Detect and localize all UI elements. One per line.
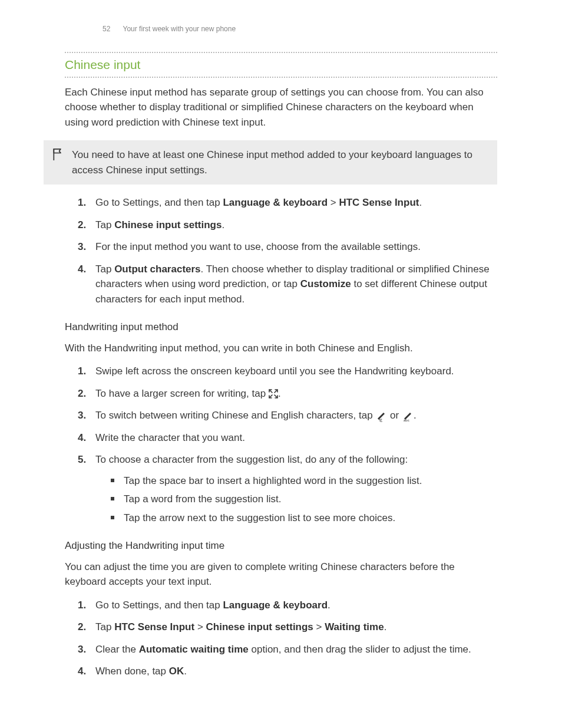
section-title: Chinese input — [65, 55, 497, 74]
bullet-text: Tap a word from the suggestion list. — [124, 493, 281, 505]
svg-text:笔: 笔 — [379, 419, 382, 422]
step-text: For the input method you want to use, ch… — [95, 241, 421, 252]
bullet-text: Tap the space bar to insert a highlighte… — [124, 475, 422, 486]
running-header: 52 Your first week with your new phone — [103, 24, 497, 34]
list-item: Write the character that you want. — [65, 430, 497, 446]
page-number: 52 — [103, 25, 110, 33]
step-text: Clear the — [95, 644, 139, 655]
step-text: . — [184, 666, 187, 677]
list-item: Tap Output characters. Then choose wheth… — [65, 262, 497, 307]
step-text: Tap — [95, 263, 114, 275]
step-text: option, and then drag the slider to adju… — [249, 644, 471, 655]
step-text: Write the character that you want. — [95, 432, 245, 443]
list-item: Tap Chinese input settings. — [65, 218, 497, 233]
step-text: or — [387, 410, 402, 421]
list-item: When done, tap OK. — [65, 664, 497, 679]
section-title-rule: Chinese input — [65, 52, 497, 78]
list-item: Tap a word from the suggestion list. — [95, 492, 497, 507]
list-item: Go to Settings, and then tap Language & … — [65, 195, 497, 210]
ui-term: Language & keyboard — [223, 599, 328, 611]
step-text: Go to Settings, and then tap — [95, 197, 223, 208]
list-item: To choose a character from the suggestio… — [65, 452, 497, 525]
step-text: Tap — [95, 621, 114, 633]
pen-abc-icon: abc — [402, 410, 414, 422]
list-item: Tap the arrow next to the suggestion lis… — [95, 510, 497, 526]
list-item: Tap HTC Sense Input > Chinese input sett… — [65, 620, 497, 635]
step-text: Tap — [95, 219, 114, 230]
step-text: . — [278, 388, 281, 399]
note-text: You need to have at least one Chinese in… — [72, 147, 489, 177]
list-item: Swipe left across the onscreen keyboard … — [65, 364, 497, 379]
ui-term: Chinese input settings — [114, 219, 222, 230]
ui-term: Waiting time — [325, 621, 384, 633]
list-item: Clear the Automatic waiting time option,… — [65, 642, 497, 657]
list-item: Tap the space bar to insert a highlighte… — [95, 473, 497, 489]
step-text: To choose a character from the suggestio… — [95, 454, 408, 465]
subheading-adjusting: Adjusting the Handwriting input time — [65, 538, 497, 554]
step-text: To have a larger screen for writing, tap — [95, 388, 269, 399]
svg-text:abc: abc — [404, 419, 409, 422]
step-text: To switch between writing Chinese and En… — [95, 410, 375, 421]
header-section-name: Your first week with your new phone — [123, 25, 236, 33]
ui-term: Language & keyboard — [223, 197, 328, 208]
list-item: To switch between writing Chinese and En… — [65, 408, 497, 423]
steps-list-handwriting: Swipe left across the onscreen keyboard … — [65, 364, 497, 525]
handwriting-intro: With the Handwriting input method, you c… — [65, 341, 497, 356]
step-text: . — [414, 410, 416, 421]
step-text: . — [222, 219, 224, 230]
list-item: To have a larger screen for writing, tap… — [65, 386, 497, 401]
ui-term: Automatic waiting time — [139, 644, 249, 655]
steps-list-adjusting: Go to Settings, and then tap Language & … — [65, 598, 497, 679]
pen-chinese-icon: 笔 — [375, 410, 387, 422]
ui-term: HTC Sense Input — [339, 197, 419, 208]
step-text: > — [194, 621, 206, 633]
list-item: Go to Settings, and then tap Language & … — [65, 598, 497, 613]
bullet-sublist: Tap the space bar to insert a highlighte… — [95, 473, 497, 526]
ui-term: Output characters — [114, 263, 200, 275]
ui-term: HTC Sense Input — [114, 621, 194, 633]
ui-term: Customize — [300, 278, 351, 289]
intro-paragraph: Each Chinese input method has separate g… — [65, 85, 497, 130]
document-page: 52 Your first week with your new phone C… — [0, 0, 562, 728]
step-text: . — [419, 197, 422, 208]
subheading-handwriting: Handwriting input method — [65, 319, 497, 335]
fullscreen-icon — [269, 388, 278, 397]
steps-list-chinese-input: Go to Settings, and then tap Language & … — [65, 195, 497, 307]
step-text: When done, tap — [95, 666, 169, 677]
step-text: > — [328, 197, 339, 208]
bullet-text: Tap the arrow next to the suggestion lis… — [124, 512, 395, 523]
step-text: > — [313, 621, 325, 633]
ui-term: OK — [169, 666, 184, 677]
note-callout: You need to have at least one Chinese in… — [44, 140, 497, 185]
flag-icon — [52, 147, 64, 166]
adjusting-intro: You can adjust the time you are given to… — [65, 559, 497, 589]
list-item: For the input method you want to use, ch… — [65, 239, 497, 255]
step-text: . — [328, 599, 330, 611]
step-text: . — [384, 621, 387, 633]
ui-term: Chinese input settings — [206, 621, 313, 633]
step-text: Go to Settings, and then tap — [95, 599, 223, 611]
step-text: Swipe left across the onscreen keyboard … — [95, 365, 454, 377]
